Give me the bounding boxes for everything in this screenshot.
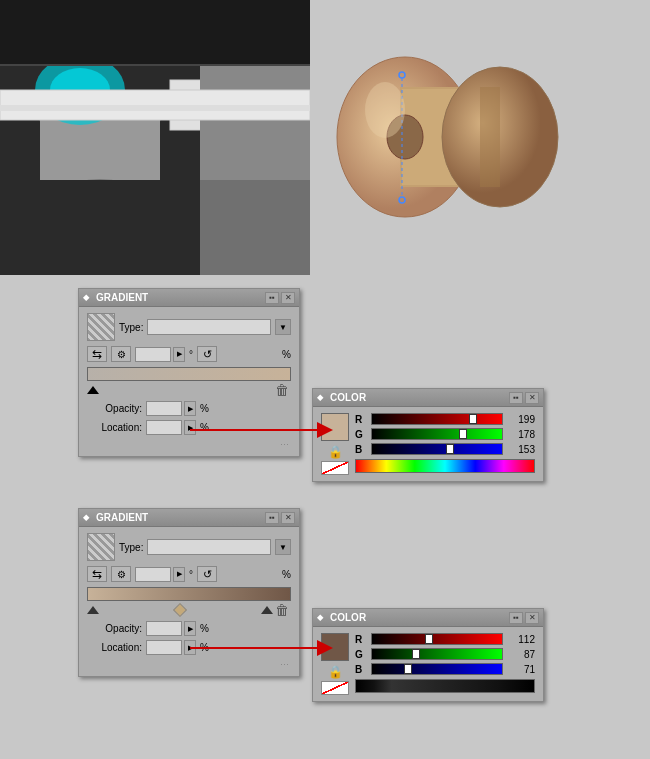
reverse2-btn-1[interactable]: ↺ — [197, 346, 217, 362]
gradient-panel-2-content: Type: Linear ▼ ⇆ ⚙ 0 ▶ ° ↺ % — [79, 527, 299, 676]
color-swatch-1[interactable] — [321, 413, 349, 441]
spool-svg — [330, 15, 570, 260]
gradient-type-row-2: Type: Linear ▼ — [87, 533, 291, 561]
opacity-input-1[interactable]: 0 — [146, 401, 182, 416]
color-panel-1-controls: ▪▪ ✕ — [509, 392, 539, 404]
gradient-preview-1 — [87, 313, 115, 341]
angle-arrow-1[interactable]: ▶ — [173, 347, 185, 362]
delete-stop-1[interactable]: 🗑 — [273, 383, 291, 397]
gradient-panel-2-header: ◆ GRADIENT ▪▪ ✕ — [79, 509, 299, 527]
panel-2-collapse-btn[interactable]: ▪▪ — [265, 512, 279, 524]
panel-2-controls: ▪▪ ✕ — [265, 512, 295, 524]
opacity-group-1: 0 ▶ — [146, 401, 196, 416]
r-thumb-2[interactable] — [425, 634, 433, 644]
machine-part-svg — [0, 0, 310, 275]
color-panel-2-title: ◆ COLOR — [317, 612, 366, 623]
gradient-panel-1-header: ◆ GRADIENT ▪▪ ✕ — [79, 289, 299, 307]
rainbow-bar-2[interactable] — [355, 679, 535, 693]
resize-handle-1[interactable]: ⋯ — [87, 439, 291, 450]
resize-handle-2[interactable]: ⋯ — [87, 659, 291, 670]
options-btn-2[interactable]: ⚙ — [111, 566, 131, 582]
color-panel-1-close[interactable]: ✕ — [525, 392, 539, 404]
angle-arrow-2[interactable]: ▶ — [173, 567, 185, 582]
color-panel-1-collapse[interactable]: ▪▪ — [509, 392, 523, 404]
opacity-input-2[interactable]: 100 — [146, 621, 182, 636]
r-slider-1[interactable] — [371, 413, 503, 425]
stop-end-2[interactable] — [261, 606, 273, 614]
opacity-unit-1: % — [200, 403, 209, 414]
options-btn-1[interactable]: ⚙ — [111, 346, 131, 362]
b-value-2: 71 — [507, 664, 535, 675]
type-input-2[interactable]: Linear — [147, 539, 271, 555]
b-slider-row-2: B 71 — [355, 663, 535, 675]
b-thumb-2[interactable] — [404, 664, 412, 674]
degree-symbol-1: ° — [189, 349, 193, 360]
opacity-arrow-2[interactable]: ▶ — [184, 621, 196, 636]
lock-icon-1: 🔒 — [328, 445, 343, 459]
reverse2-btn-2[interactable]: ↺ — [197, 566, 217, 582]
gradient-stops-2: 🗑 — [87, 603, 291, 617]
reverse-btn-1[interactable]: ⇆ — [87, 346, 107, 362]
no-color-box-2[interactable] — [321, 681, 349, 695]
angle-input-1[interactable]: 0 — [135, 347, 171, 362]
type-dropdown-2[interactable]: ▼ — [275, 539, 291, 555]
g-slider-1[interactable] — [371, 428, 503, 440]
location-input-1[interactable]: 0 — [146, 420, 182, 435]
reverse-btn-2[interactable]: ⇆ — [87, 566, 107, 582]
b-slider-row-1: B 153 — [355, 443, 535, 455]
gradient-bar-1[interactable] — [87, 367, 291, 381]
gradient-icon-row-1: ⇆ ⚙ 0 ▶ ° ↺ % — [87, 346, 291, 362]
panel-1-collapse-btn[interactable]: ▪▪ — [265, 292, 279, 304]
gradient-panel-1-title: ◆ GRADIENT — [83, 292, 148, 303]
r-slider-2[interactable] — [371, 633, 503, 645]
b-slider-1[interactable] — [371, 443, 503, 455]
color-panel-2-content: 🔒 R 112 G — [313, 627, 543, 701]
diamond-stop-2[interactable] — [173, 603, 187, 617]
color-panel-2: ◆ COLOR ▪▪ ✕ 🔒 R — [312, 608, 544, 702]
lock-area-1: 🔒 — [321, 445, 349, 459]
gradient-bar-2[interactable] — [87, 587, 291, 601]
color-panel-2-close[interactable]: ✕ — [525, 612, 539, 624]
g-value-2: 87 — [507, 649, 535, 660]
location-input-2[interactable]: 100 — [146, 640, 182, 655]
g-value-1: 178 — [507, 429, 535, 440]
g-slider-row-2: G 87 — [355, 648, 535, 660]
location-unit-1: % — [200, 422, 209, 433]
location-arrow-2[interactable]: ▶ — [184, 640, 196, 655]
g-slider-row-1: G 178 — [355, 428, 535, 440]
b-slider-2[interactable] — [371, 663, 503, 675]
stop-start-1[interactable] — [87, 386, 99, 394]
location-unit-2: % — [200, 642, 209, 653]
rainbow-bar-1[interactable] — [355, 459, 535, 473]
no-color-box-1[interactable] — [321, 461, 349, 475]
color-swatch-2[interactable] — [321, 633, 349, 661]
gradient-preview-2 — [87, 533, 115, 561]
svg-rect-13 — [0, 180, 200, 275]
stop-start-2[interactable] — [87, 606, 99, 614]
svg-rect-25 — [480, 87, 500, 187]
type-dropdown-1[interactable]: ▼ — [275, 319, 291, 335]
svg-rect-10 — [0, 0, 310, 65]
percent-placeholder-2: % — [282, 569, 291, 580]
diamond-icon-c2: ◆ — [317, 613, 323, 622]
g-slider-2[interactable] — [371, 648, 503, 660]
color-panel-1-header: ◆ COLOR ▪▪ ✕ — [313, 389, 543, 407]
delete-stop-2[interactable]: 🗑 — [273, 603, 291, 617]
panel-2-close-btn[interactable]: ✕ — [281, 512, 295, 524]
r-thumb-1[interactable] — [469, 414, 477, 424]
b-thumb-1[interactable] — [446, 444, 454, 454]
opacity-unit-2: % — [200, 623, 209, 634]
panel-1-close-btn[interactable]: ✕ — [281, 292, 295, 304]
g-thumb-2[interactable] — [412, 649, 420, 659]
type-input-1[interactable]: Linear — [147, 319, 271, 335]
color-panel-2-collapse[interactable]: ▪▪ — [509, 612, 523, 624]
location-arrow-1[interactable]: ▶ — [184, 420, 196, 435]
angle-group-2: 0 ▶ — [135, 567, 185, 582]
opacity-arrow-1[interactable]: ▶ — [184, 401, 196, 416]
color-panel-1-content: 🔒 R 199 G — [313, 407, 543, 481]
lock-icon-2: 🔒 — [328, 665, 343, 679]
gradient-bar-area-2: 🗑 — [87, 587, 291, 617]
g-thumb-1[interactable] — [459, 429, 467, 439]
diamond-icon-2: ◆ — [83, 513, 89, 522]
angle-input-2[interactable]: 0 — [135, 567, 171, 582]
